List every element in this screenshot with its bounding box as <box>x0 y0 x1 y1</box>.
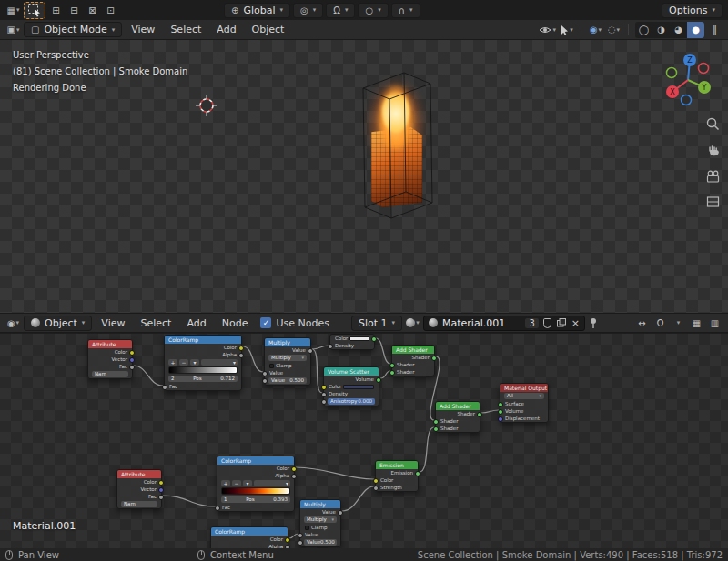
browse-material-button[interactable]: ▾ <box>405 315 420 331</box>
socket-out-vector[interactable]: Vector <box>88 356 132 363</box>
tool-button-4[interactable]: ⊡ <box>103 2 118 18</box>
proportional-editing-dropdown[interactable]: ○▾ <box>358 3 388 18</box>
pan-hand-tool[interactable] <box>705 143 721 158</box>
node-header[interactable]: Add Shader <box>392 346 434 354</box>
selectability-dropdown[interactable]: ▾ <box>559 22 574 38</box>
socket-out-shader[interactable]: Shader <box>392 354 434 361</box>
colorramp-gradient[interactable] <box>168 366 238 374</box>
tool-button-3[interactable]: ⊠ <box>85 2 100 18</box>
node-header[interactable]: Multiply <box>265 338 310 346</box>
parent-node-tree-icon[interactable]: ↔ <box>634 315 650 331</box>
unlink-material-icon[interactable]: × <box>571 317 580 329</box>
add-stop-button[interactable]: + <box>168 359 177 366</box>
node-header[interactable]: Attribute <box>117 470 161 478</box>
socket-in-value1[interactable]: Value <box>265 369 310 376</box>
node-header[interactable]: Emission <box>376 461 418 469</box>
overlays-dropdown[interactable]: ◉▾ <box>588 22 603 38</box>
menu-view[interactable]: View <box>95 317 131 329</box>
interpolation-dropdown[interactable]: ▾ <box>201 359 238 366</box>
output-target-dropdown[interactable]: All▾ <box>504 393 544 399</box>
node-math-multiply-1[interactable]: Multiply Value Multiply▾ Clamp Value Val… <box>264 337 311 386</box>
active-tool-box-select-button[interactable] <box>24 2 46 19</box>
shading-wireframe-button[interactable]: ◯ <box>635 22 652 38</box>
attribute-name-field[interactable]: Nam <box>92 371 128 377</box>
anisotropy-slider[interactable]: Anisotropy0.000 <box>328 398 375 405</box>
node-colorramp-1[interactable]: ColorRamp Color Alpha + − ▾ ▾ 2 Pos 0.71… <box>164 335 242 391</box>
socket-in-color[interactable]: Color <box>376 476 418 484</box>
node-volume-scatter[interactable]: Volume Scatter Volume Color Density Anis… <box>323 366 379 406</box>
node-header[interactable]: Attribute <box>88 340 132 348</box>
mode-dropdown[interactable]: ▢ Object Mode ▾ <box>24 22 122 37</box>
value-slider[interactable]: Value0.500 <box>268 377 307 384</box>
socket-in-displacement[interactable]: Displacement <box>500 415 548 422</box>
node-colorramp-2[interactable]: ColorRamp Color Alpha + − ▾ ▾ 1 Pos 0.39… <box>217 456 295 512</box>
socket-out-color[interactable]: Color <box>117 478 161 486</box>
add-stop-button[interactable]: + <box>221 480 230 486</box>
node-add-shader-1[interactable]: Add Shader Shader Shader Shader <box>391 345 435 376</box>
menu-add[interactable]: Add <box>210 24 242 35</box>
socket-in-fac[interactable]: Fac <box>217 504 294 511</box>
node-material-output[interactable]: Material Output All▾ Surface Volume Disp… <box>500 383 549 423</box>
node-overlap-button[interactable]: ▦ <box>689 315 704 331</box>
remove-stop-button[interactable]: − <box>179 359 188 366</box>
node-header[interactable]: ColorRamp <box>217 456 294 465</box>
attribute-name-field[interactable]: Nam <box>121 501 157 507</box>
operation-dropdown[interactable]: Multiply▾ <box>304 516 337 523</box>
socket-out-value[interactable]: Value <box>265 346 310 354</box>
menu-add[interactable]: Add <box>180 317 212 329</box>
socket-out-fac[interactable]: Fac <box>117 493 161 500</box>
socket-out-fac[interactable]: Fac <box>88 363 132 370</box>
node-emission[interactable]: Emission Emission Color Strength <box>375 460 419 492</box>
node-header[interactable]: Multiply <box>300 500 340 508</box>
menu-view[interactable]: View <box>125 24 161 35</box>
value-slider[interactable]: Value0.500 <box>304 539 337 546</box>
socket-in-volume[interactable]: Volume <box>500 407 548 415</box>
interpolation-dropdown[interactable]: ▾ <box>254 480 290 486</box>
ramp-position-field[interactable]: 2 Pos 0.712 <box>168 376 238 382</box>
socket-in-color[interactable]: Color <box>324 383 379 390</box>
new-material-icon[interactable] <box>556 317 567 328</box>
pin-icon[interactable] <box>588 317 599 329</box>
node-attribute-2[interactable]: Attribute Color Vector Fac Nam <box>116 469 162 509</box>
color-swatch-row[interactable]: Color <box>330 335 374 342</box>
node-snap-dropdown[interactable]: ▾ <box>671 315 686 331</box>
socket-in-shader1[interactable]: Shader <box>436 417 480 425</box>
use-nodes-checkbox[interactable]: ✓ Use Nodes <box>257 317 333 329</box>
socket-out-shader[interactable]: Shader <box>436 410 480 417</box>
ortho-grid-button[interactable] <box>705 195 721 209</box>
socket-out-color[interactable]: Color <box>217 465 294 472</box>
node-header[interactable]: ColorRamp <box>165 336 241 344</box>
socket-in-density[interactable]: Density <box>324 390 379 397</box>
node-header[interactable]: Add Shader <box>436 402 480 410</box>
node-header[interactable]: Material Output <box>500 384 548 392</box>
colorramp-gradient[interactable] <box>221 487 290 495</box>
overlay-toggle-button[interactable]: ‖ <box>707 22 723 38</box>
shading-material-button[interactable]: ◕ <box>670 22 687 38</box>
navigation-gizmo[interactable]: Z Y X <box>664 51 715 107</box>
transform-orientation-dropdown[interactable]: ⊕ Global ▾ <box>224 3 290 18</box>
clamp-checkbox[interactable]: Clamp <box>265 362 310 369</box>
pivot-point-dropdown[interactable]: ◎▾ <box>293 3 323 18</box>
node-options-button[interactable]: ▥ <box>707 315 723 331</box>
node-editor[interactable]: Attribute Color Vector Fac Nam ColorRamp… <box>0 334 728 548</box>
socket-out-alpha[interactable]: Alpha <box>217 472 294 479</box>
menu-select[interactable]: Select <box>164 24 207 35</box>
node-color-density[interactable]: Color Density <box>329 334 375 350</box>
material-name-value[interactable]: Material.001 <box>442 317 521 329</box>
fake-user-shield-icon[interactable] <box>543 318 551 328</box>
socket-in-shader2[interactable]: Shader <box>436 425 480 432</box>
socket-in-shader2[interactable]: Shader <box>392 368 434 376</box>
shader-editor-type-button[interactable]: ◉▾ <box>5 315 21 331</box>
node-header[interactable]: ColorRamp <box>211 527 288 536</box>
falloff-dropdown[interactable]: ∩▾ <box>391 3 420 18</box>
material-slot-dropdown[interactable]: Slot 1 ▾ <box>351 316 402 331</box>
socket-in-strength[interactable]: Strength <box>376 484 418 491</box>
node-attribute-1[interactable]: Attribute Color Vector Fac Nam <box>87 339 133 379</box>
color-swatch[interactable] <box>349 336 369 341</box>
viewport-3d[interactable]: User Perspective (81) Scene Collection |… <box>0 40 728 313</box>
menu-node[interactable]: Node <box>216 317 255 329</box>
remove-stop-button[interactable]: − <box>232 480 241 486</box>
gizmos-dropdown[interactable]: ◌▾ <box>606 22 622 38</box>
clamp-checkbox[interactable]: Clamp <box>300 524 340 531</box>
socket-out-color[interactable]: Color <box>211 536 288 543</box>
